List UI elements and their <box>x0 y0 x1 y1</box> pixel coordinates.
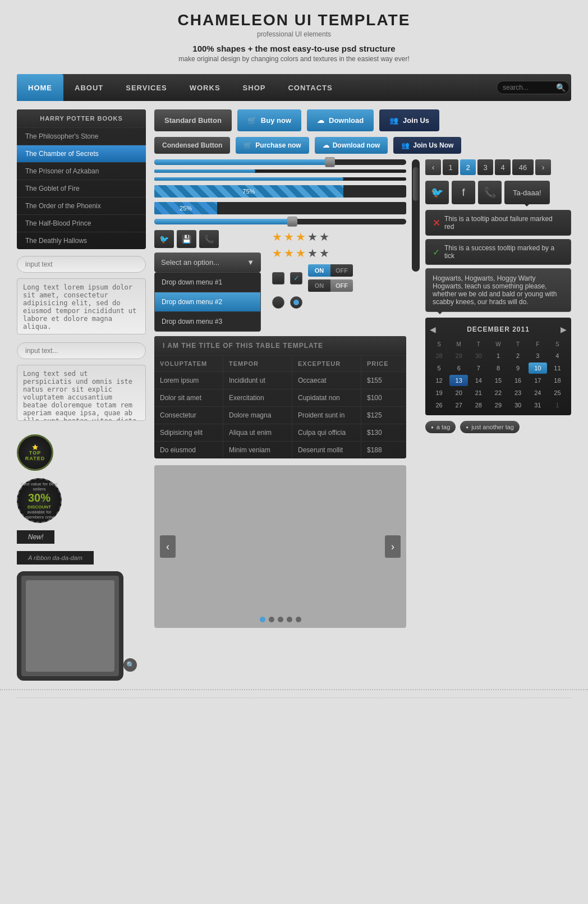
book-item-6[interactable]: The Half-Blood Prince <box>17 214 146 232</box>
cal-day-11[interactable]: 11 <box>548 362 567 374</box>
join-us-now-button[interactable]: 👥 Join Us Now <box>393 137 461 154</box>
dropdown-item-1[interactable]: Drop down menu #1 <box>155 273 260 292</box>
page-prev-button[interactable]: ‹ <box>425 159 441 175</box>
purchase-now-button[interactable]: 🛒 Purchase now <box>236 137 309 154</box>
star-8[interactable]: ★ <box>296 246 306 260</box>
book-item-2[interactable]: The Chamber of Secrets <box>17 145 146 162</box>
cal-next-button[interactable]: ▶ <box>561 325 567 334</box>
cal-day-8[interactable]: 8 <box>489 362 507 374</box>
cal-day-28[interactable]: 28 <box>469 400 488 411</box>
join-us-button[interactable]: 👥 Join Us <box>379 109 439 131</box>
buy-now-button[interactable]: 🛒 Buy now <box>237 109 301 131</box>
page-2[interactable]: 2 <box>460 159 476 175</box>
carousel-dot-1[interactable] <box>260 617 265 622</box>
cal-day-29[interactable]: 29 <box>489 400 507 411</box>
star-6[interactable]: ★ <box>272 246 282 260</box>
cal-day-13[interactable]: 13 <box>449 375 468 386</box>
page-next-button[interactable]: › <box>535 159 551 175</box>
cal-day-2[interactable]: 2 <box>509 350 527 361</box>
radio-1[interactable] <box>272 296 284 309</box>
twitter-button[interactable]: 🐦 <box>425 181 449 204</box>
nav-item-about[interactable]: ABOUT <box>63 74 114 101</box>
carousel-dot-5[interactable] <box>296 617 301 622</box>
book-item-1[interactable]: The Philosopher's Stone <box>17 127 146 145</box>
cal-day-7[interactable]: 7 <box>469 362 488 374</box>
sidebar-textarea-1[interactable]: Long text lorem ipsum dolor sit amet, co… <box>17 278 146 334</box>
page-46[interactable]: 46 <box>512 159 534 175</box>
checkbox-checked[interactable]: ✓ <box>290 272 302 284</box>
cal-day-12[interactable]: 12 <box>430 375 448 386</box>
download-now-button[interactable]: ☁ Download now <box>315 137 388 154</box>
phone-icon-btn[interactable]: 📞 <box>199 230 219 248</box>
carousel-dot-3[interactable] <box>278 617 283 622</box>
cal-day-20[interactable]: 20 <box>449 387 468 398</box>
star-10[interactable]: ★ <box>319 246 329 260</box>
cal-day-30-prev[interactable]: 30 <box>469 350 488 361</box>
cal-day-30[interactable]: 30 <box>509 400 527 411</box>
nav-item-shop[interactable]: SHOP <box>232 74 277 101</box>
dropdown-item-2[interactable]: Drop down menu #2 <box>155 292 260 311</box>
cal-day-3[interactable]: 3 <box>529 350 547 361</box>
scrollbar-vertical[interactable] <box>412 159 420 272</box>
page-1[interactable]: 1 <box>443 159 458 175</box>
star-1[interactable]: ★ <box>272 230 282 244</box>
carousel-dot-4[interactable] <box>287 617 292 622</box>
cal-day-21[interactable]: 21 <box>469 387 488 398</box>
book-item-4[interactable]: The Goblet of Fire <box>17 180 146 197</box>
dropdown-trigger[interactable]: Select an option... ▼ <box>154 253 261 272</box>
cal-day-19[interactable]: 19 <box>430 387 448 398</box>
sidebar-input-2[interactable] <box>17 342 146 359</box>
cal-day-27[interactable]: 27 <box>449 400 468 411</box>
search-icon[interactable]: 🔍 <box>556 83 566 92</box>
tag-2[interactable]: just another tag <box>460 421 520 433</box>
carousel-dot-2[interactable] <box>269 617 274 622</box>
cal-day-23[interactable]: 23 <box>509 387 527 398</box>
cal-day-22[interactable]: 22 <box>489 387 507 398</box>
star-5[interactable]: ★ <box>319 230 329 244</box>
cal-day-31[interactable]: 31 <box>529 400 547 411</box>
cal-day-25[interactable]: 25 <box>548 387 567 398</box>
slider-4-thumb[interactable] <box>287 217 297 227</box>
page-3[interactable]: 3 <box>477 159 493 175</box>
condensed-button[interactable]: Condensed Button <box>154 137 230 154</box>
cal-day-4[interactable]: 4 <box>548 350 567 361</box>
toggle-2[interactable]: ON OFF <box>308 279 353 292</box>
tag-1[interactable]: a tag <box>425 421 456 433</box>
cal-day-1-next[interactable]: 1 <box>548 400 567 411</box>
star-7[interactable]: ★ <box>284 246 294 260</box>
nav-item-works[interactable]: WORKS <box>178 74 232 101</box>
cal-day-16[interactable]: 16 <box>509 375 527 386</box>
facebook-button[interactable]: f <box>452 181 475 204</box>
slider-1-thumb[interactable] <box>325 157 335 167</box>
cal-prev-button[interactable]: ◀ <box>430 325 436 334</box>
tablet-search-icon[interactable]: 🔍 <box>123 658 137 672</box>
cal-day-28-prev[interactable]: 28 <box>430 350 448 361</box>
page-4[interactable]: 4 <box>495 159 511 175</box>
star-3[interactable]: ★ <box>296 230 306 244</box>
save-icon-btn[interactable]: 💾 <box>177 230 196 248</box>
twitter-icon-btn[interactable]: 🐦 <box>154 230 174 248</box>
cal-day-1[interactable]: 1 <box>489 350 507 361</box>
star-9[interactable]: ★ <box>307 246 318 260</box>
sidebar-input-1[interactable] <box>17 256 146 273</box>
book-item-5[interactable]: The Order of the Phoenix <box>17 197 146 214</box>
star-4[interactable]: ★ <box>307 230 318 244</box>
carousel-next-button[interactable]: › <box>385 535 401 558</box>
cal-day-5[interactable]: 5 <box>430 362 448 374</box>
cal-day-6[interactable]: 6 <box>449 362 468 374</box>
book-item-3[interactable]: The Prisoner of Azkaban <box>17 162 146 180</box>
cal-day-26[interactable]: 26 <box>430 400 448 411</box>
cal-day-10[interactable]: 10 <box>529 362 547 374</box>
cal-day-18[interactable]: 18 <box>548 375 567 386</box>
download-button[interactable]: ☁ Download <box>307 109 374 131</box>
radio-2[interactable] <box>290 296 302 309</box>
nav-item-contacts[interactable]: CONTACTS <box>277 74 343 101</box>
standard-button[interactable]: Standard Button <box>154 109 232 131</box>
book-item-7[interactable]: The Deathly Hallows <box>17 232 146 249</box>
cal-day-15[interactable]: 15 <box>489 375 507 386</box>
dropdown-item-3[interactable]: Drop down menu #3 <box>155 311 260 331</box>
cal-day-9[interactable]: 9 <box>509 362 527 374</box>
carousel-prev-button[interactable]: ‹ <box>160 535 176 558</box>
cal-day-29-prev[interactable]: 29 <box>449 350 468 361</box>
cal-day-17[interactable]: 17 <box>529 375 547 386</box>
